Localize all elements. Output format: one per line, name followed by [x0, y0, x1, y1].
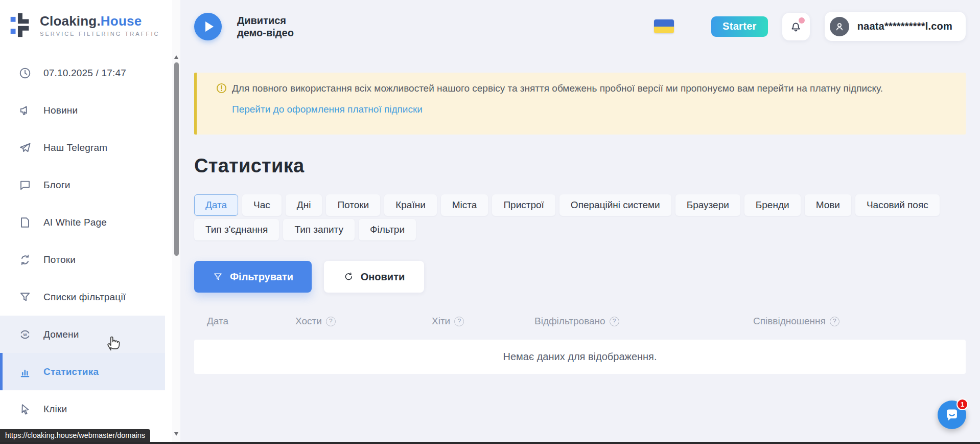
- logo[interactable]: Cloaking.House SERVICE FILTERING TRAFFIC: [0, 0, 172, 38]
- upgrade-subscription-link[interactable]: Перейти до оформлення платної підписки: [232, 104, 423, 115]
- column-label: Відфільтровано: [534, 316, 605, 327]
- filter-tab[interactable]: Тип з'єднання: [194, 219, 279, 240]
- sidebar-item-filter-lists[interactable]: Списки фільтрації: [0, 278, 165, 316]
- megaphone-icon: [18, 104, 32, 117]
- telegram-icon: [18, 141, 32, 154]
- filter-tab[interactable]: Мови: [805, 194, 851, 216]
- column-label: Співвідношення: [753, 316, 826, 327]
- sidebar-item-label: AI White Page: [43, 217, 107, 228]
- sidebar: Cloaking.House SERVICE FILTERING TRAFFIC…: [0, 0, 172, 444]
- notifications-button[interactable]: [782, 13, 810, 40]
- column-header: Дата: [207, 316, 295, 327]
- domains-icon: w: [18, 328, 32, 341]
- sidebar-item-label: Наш Telegram: [43, 142, 107, 153]
- banner-text: Для повного використання всіх можливосте…: [232, 81, 883, 95]
- sidebar-item-statistics[interactable]: Статистика: [0, 353, 165, 390]
- filter-tab[interactable]: Дата: [194, 194, 238, 216]
- play-icon: [194, 13, 222, 40]
- sidebar-item-telegram[interactable]: Наш Telegram: [0, 129, 165, 166]
- help-icon[interactable]: ?: [454, 317, 464, 326]
- clock-icon: [18, 66, 32, 80]
- barchart-icon: [18, 365, 32, 379]
- filter-tab[interactable]: Потоки: [326, 194, 380, 216]
- brand-tagline: SERVICE FILTERING TRAFFIC: [40, 31, 160, 37]
- sidebar-item-label: Потоки: [43, 254, 76, 265]
- sidebar-item-label: Новини: [43, 105, 78, 116]
- filter-tab[interactable]: Часовий пояс: [855, 194, 940, 216]
- empty-state-text: Немає даних для відображення.: [503, 351, 657, 363]
- sidebar-item-label: Домени: [43, 329, 79, 340]
- filter-button-label: Фільтрувати: [230, 271, 293, 283]
- help-icon[interactable]: ?: [610, 317, 619, 326]
- filter-tab[interactable]: Операційні системи: [559, 194, 671, 216]
- sidebar-item-news[interactable]: Новини: [0, 92, 165, 129]
- sidebar-item-streams[interactable]: Потоки: [0, 241, 165, 278]
- ukraine-flag-icon[interactable]: [654, 19, 674, 33]
- link-preview-tooltip: https://cloaking.house/webmaster/domains: [0, 429, 150, 442]
- unread-badge: 1: [956, 398, 968, 410]
- column-header: Співвідношення ?: [753, 316, 966, 327]
- scroll-down-arrow[interactable]: [174, 432, 178, 436]
- logo-icon: [10, 12, 34, 38]
- actions-row: Фільтрувати Оновити: [194, 261, 966, 293]
- sidebar-item-label: Кліки: [43, 404, 67, 415]
- brand-title-main: Cloaking.: [40, 13, 101, 29]
- filter-tab[interactable]: Браузери: [675, 194, 740, 216]
- trial-banner: Для повного використання всіх можливосте…: [194, 73, 966, 135]
- plan-badge[interactable]: Starter: [711, 16, 768, 37]
- scroll-up-arrow[interactable]: [174, 55, 178, 59]
- filter-tab[interactable]: Пристрої: [492, 194, 555, 216]
- help-icon[interactable]: ?: [326, 317, 336, 326]
- sync-icon: [18, 253, 32, 267]
- user-email: naata**********l.com: [857, 20, 952, 32]
- sidebar-item-domains[interactable]: w Домени: [0, 316, 165, 353]
- funnel-icon: [18, 291, 32, 304]
- cursor-icon: [18, 403, 32, 416]
- sidebar-item-blogs[interactable]: Блоги: [0, 166, 165, 204]
- notification-dot: [799, 17, 805, 24]
- demo-video-label: Дивитися демо-відео: [237, 14, 305, 39]
- filter-tab[interactable]: Фільтри: [359, 219, 416, 240]
- warning-icon: [216, 82, 227, 94]
- funnel-icon: [213, 272, 223, 282]
- filter-tab[interactable]: Дні: [286, 194, 322, 216]
- empty-state: Немає даних для відображення.: [194, 340, 966, 374]
- user-menu[interactable]: naata**********l.com: [825, 12, 966, 41]
- filter-button[interactable]: Фільтрувати: [194, 261, 312, 293]
- sidebar-scrollbar: [172, 0, 180, 442]
- column-header: Хіти ?: [432, 316, 534, 327]
- sidebar-item-label: 07.10.2025 / 17:47: [43, 68, 126, 79]
- filter-tab[interactable]: Час: [242, 194, 282, 216]
- help-icon[interactable]: ?: [830, 317, 839, 326]
- refresh-button[interactable]: Оновити: [324, 261, 424, 293]
- filter-tab[interactable]: Міста: [441, 194, 488, 216]
- avatar: [830, 17, 849, 36]
- sidebar-item-ai-white-page[interactable]: AI White Page: [0, 204, 165, 241]
- sidebar-item-label: Списки фільтрації: [43, 292, 126, 303]
- topbar: Дивитися демо-відео Starter naata*******…: [180, 0, 980, 53]
- brand-title: Cloaking.House: [40, 13, 160, 29]
- table-header: Дата Хости ? Хіти ? Відфільтровано ? Спі…: [194, 313, 966, 329]
- svg-text:w: w: [22, 332, 27, 337]
- chat-icon: [18, 179, 32, 192]
- window-edge: [0, 442, 980, 444]
- sidebar-item-label: Блоги: [43, 180, 71, 191]
- filter-tab[interactable]: Бренди: [744, 194, 801, 216]
- chat-widget-button[interactable]: 1: [938, 401, 966, 429]
- filter-tab[interactable]: Тип запиту: [283, 219, 355, 240]
- sidebar-item-datetime[interactable]: 07.10.2025 / 17:47: [0, 54, 165, 92]
- filter-tab[interactable]: Країни: [384, 194, 437, 216]
- sidebar-item-clicks[interactable]: Кліки: [0, 390, 165, 428]
- brand-title-accent: House: [101, 13, 142, 29]
- topbar-right: Starter naata**********l.com: [654, 12, 966, 41]
- refresh-button-label: Оновити: [361, 271, 405, 283]
- column-label: Хіти: [432, 316, 450, 327]
- column-header: Хости ?: [295, 316, 432, 327]
- scrollbar-thumb[interactable]: [174, 62, 179, 256]
- page-title: Статистика: [194, 155, 966, 177]
- column-label: Дата: [207, 316, 228, 327]
- filter-tabs: ДатаЧасДніПотокиКраїниМістаПристроїОпера…: [194, 194, 966, 240]
- refresh-icon: [343, 272, 354, 282]
- sidebar-item-label: Статистика: [43, 366, 99, 378]
- demo-video-button[interactable]: Дивитися демо-відео: [194, 13, 305, 40]
